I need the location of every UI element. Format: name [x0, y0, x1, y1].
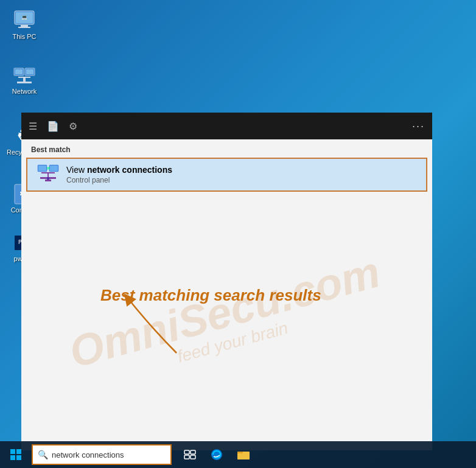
svg-rect-3	[18, 27, 30, 28]
svg-rect-29	[10, 449, 15, 454]
doc-icon[interactable]: 📄	[47, 120, 59, 132]
desktop-icon-network[interactable]: Network	[3, 61, 46, 97]
svg-rect-33	[184, 450, 189, 454]
svg-rect-10	[23, 77, 26, 82]
result-subtitle: Control panel	[66, 176, 172, 184]
svg-rect-6	[15, 69, 23, 74]
svg-text:⇄: ⇄	[47, 167, 50, 170]
desktop: 💻 This PC Network ♻ Recycle Bin ⚙ Contro…	[0, 0, 476, 468]
result-title: View network connections	[66, 165, 172, 175]
file-explorer-button[interactable]	[233, 444, 254, 466]
svg-rect-34	[191, 450, 195, 454]
watermark-line2: feed your brain	[76, 292, 390, 393]
menu-icon[interactable]: ☰	[29, 120, 37, 132]
svg-rect-11	[17, 82, 32, 83]
svg-rect-24	[47, 177, 49, 180]
search-icon: 🔍	[38, 450, 48, 459]
svg-rect-25	[45, 180, 51, 181]
result-text: View network connections Control panel	[66, 165, 172, 184]
annotation-best-match: Best matching search results	[100, 286, 321, 305]
search-result-item[interactable]: ⇄ View network connections Control panel	[26, 158, 427, 192]
thispc-label: This PC	[12, 33, 36, 40]
svg-rect-31	[10, 455, 15, 460]
task-view-button[interactable]	[179, 444, 201, 466]
svg-rect-21	[41, 172, 55, 173]
start-button[interactable]	[2, 441, 29, 468]
desktop-icon-thispc[interactable]: 💻 This PC	[3, 6, 46, 43]
svg-rect-32	[16, 455, 21, 460]
settings-icon[interactable]: ⚙	[69, 120, 77, 132]
svg-rect-2	[21, 25, 28, 27]
svg-rect-40	[237, 453, 250, 459]
search-panel: ☰ 📄 ⚙ ··· Best match ⇄	[21, 113, 432, 450]
taskbar-right-icons	[179, 444, 254, 466]
watermark-line1: OmniSecu.com	[65, 249, 384, 374]
svg-text:💻: 💻	[21, 14, 27, 20]
search-input[interactable]	[52, 450, 166, 459]
more-options-icon[interactable]: ···	[412, 120, 425, 133]
edge-browser-button[interactable]	[206, 444, 228, 466]
best-match-label: Best match	[21, 139, 432, 158]
svg-rect-35	[184, 455, 189, 459]
taskbar: 🔍	[0, 441, 476, 468]
taskbar-search-bar[interactable]: 🔍	[32, 444, 172, 465]
svg-rect-18	[38, 166, 46, 171]
toolbar: ☰ 📄 ⚙ ···	[21, 113, 432, 139]
main-content: OmniSecu.com feed your brain Best matchi…	[21, 192, 432, 450]
svg-rect-20	[50, 166, 58, 171]
svg-rect-8	[26, 69, 33, 74]
svg-rect-36	[191, 455, 195, 459]
svg-rect-30	[16, 449, 21, 454]
svg-rect-22	[47, 173, 49, 177]
watermark: OmniSecu.com feed your brain	[65, 249, 389, 393]
network-label: Network	[12, 88, 37, 95]
